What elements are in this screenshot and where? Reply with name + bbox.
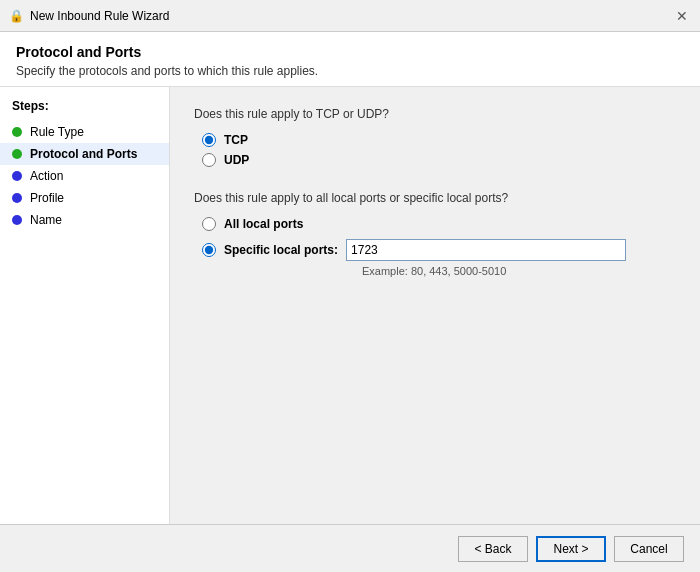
- dialog: Protocol and Ports Specify the protocols…: [0, 32, 700, 572]
- sidebar-item-name[interactable]: Name: [0, 209, 169, 231]
- tcp-udp-question: Does this rule apply to TCP or UDP?: [194, 107, 676, 121]
- all-ports-label[interactable]: All local ports: [224, 217, 303, 231]
- dialog-footer: < Back Next > Cancel: [0, 524, 700, 572]
- example-text: Example: 80, 443, 5000-5010: [362, 265, 676, 277]
- all-ports-option[interactable]: All local ports: [202, 217, 676, 231]
- dialog-header: Protocol and Ports Specify the protocols…: [0, 32, 700, 87]
- sidebar-item-action[interactable]: Action: [0, 165, 169, 187]
- protocol-radio-group: TCP UDP: [194, 133, 676, 167]
- udp-radio[interactable]: [202, 153, 216, 167]
- dialog-body: Steps: Rule Type Protocol and Ports Acti…: [0, 87, 700, 524]
- tcp-option[interactable]: TCP: [202, 133, 676, 147]
- sidebar-item-protocol-ports[interactable]: Protocol and Ports: [0, 143, 169, 165]
- sidebar-item-profile[interactable]: Profile: [0, 187, 169, 209]
- app-icon: 🔒: [8, 8, 24, 24]
- sidebar-item-label-action: Action: [30, 169, 63, 183]
- ports-section: Does this rule apply to all local ports …: [194, 191, 676, 277]
- sidebar: Steps: Rule Type Protocol and Ports Acti…: [0, 87, 170, 524]
- page-title: Protocol and Ports: [16, 44, 684, 60]
- ports-radio-group: All local ports Specific local ports: Ex…: [194, 217, 676, 277]
- step-dot-rule-type: [12, 127, 22, 137]
- ports-question: Does this rule apply to all local ports …: [194, 191, 676, 205]
- steps-label: Steps:: [0, 99, 169, 121]
- step-dot-name: [12, 215, 22, 225]
- ports-input[interactable]: [346, 239, 626, 261]
- page-subtitle: Specify the protocols and ports to which…: [16, 64, 684, 78]
- udp-label[interactable]: UDP: [224, 153, 249, 167]
- title-bar-text: New Inbound Rule Wizard: [30, 9, 169, 23]
- next-button[interactable]: Next >: [536, 536, 606, 562]
- title-bar: 🔒 New Inbound Rule Wizard ✕: [0, 0, 700, 32]
- tcp-label[interactable]: TCP: [224, 133, 248, 147]
- sidebar-item-label-rule-type: Rule Type: [30, 125, 84, 139]
- specific-ports-option[interactable]: Specific local ports:: [202, 239, 676, 261]
- all-ports-radio[interactable]: [202, 217, 216, 231]
- step-dot-profile: [12, 193, 22, 203]
- sidebar-item-rule-type[interactable]: Rule Type: [0, 121, 169, 143]
- sidebar-item-label-name: Name: [30, 213, 62, 227]
- main-content: Does this rule apply to TCP or UDP? TCP …: [170, 87, 700, 524]
- cancel-button[interactable]: Cancel: [614, 536, 684, 562]
- step-dot-action: [12, 171, 22, 181]
- tcp-radio[interactable]: [202, 133, 216, 147]
- back-button[interactable]: < Back: [458, 536, 528, 562]
- udp-option[interactable]: UDP: [202, 153, 676, 167]
- specific-ports-label[interactable]: Specific local ports:: [224, 243, 338, 257]
- sidebar-item-label-profile: Profile: [30, 191, 64, 205]
- close-button[interactable]: ✕: [672, 6, 692, 26]
- specific-ports-radio[interactable]: [202, 243, 216, 257]
- sidebar-item-label-protocol-ports: Protocol and Ports: [30, 147, 137, 161]
- step-dot-protocol-ports: [12, 149, 22, 159]
